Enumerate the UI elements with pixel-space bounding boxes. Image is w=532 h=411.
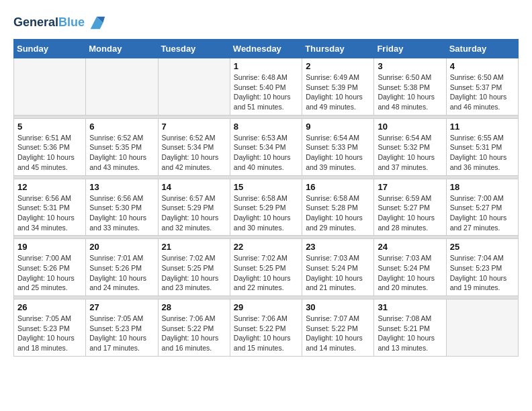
- calendar-cell: 25Sunrise: 7:04 AM Sunset: 5:23 PM Dayli…: [446, 239, 518, 296]
- calendar-cell: 9Sunrise: 6:54 AM Sunset: 5:33 PM Daylig…: [302, 118, 374, 175]
- calendar-cell: 16Sunrise: 6:58 AM Sunset: 5:28 PM Dayli…: [302, 179, 374, 236]
- day-number: 8: [234, 122, 298, 132]
- day-number: 17: [378, 182, 442, 192]
- day-info: Sunrise: 6:56 AM Sunset: 5:30 PM Dayligh…: [89, 193, 154, 233]
- day-info: Sunrise: 6:58 AM Sunset: 5:29 PM Dayligh…: [234, 193, 298, 233]
- calendar-table: SundayMondayTuesdayWednesdayThursdayFrid…: [13, 39, 519, 357]
- day-number: 18: [450, 182, 515, 192]
- calendar-cell: [446, 300, 518, 357]
- calendar-cell: 10Sunrise: 6:54 AM Sunset: 5:32 PM Dayli…: [374, 118, 446, 175]
- logo-text: GeneralBlue: [13, 16, 85, 30]
- day-number: 10: [378, 122, 442, 132]
- day-info: Sunrise: 6:54 AM Sunset: 5:33 PM Dayligh…: [306, 133, 370, 173]
- weekday-header-tuesday: Tuesday: [158, 40, 230, 58]
- day-info: Sunrise: 7:02 AM Sunset: 5:25 PM Dayligh…: [234, 253, 298, 293]
- calendar-cell: 21Sunrise: 7:02 AM Sunset: 5:25 PM Dayli…: [158, 239, 230, 296]
- day-number: 19: [17, 242, 82, 252]
- day-info: Sunrise: 7:08 AM Sunset: 5:21 PM Dayligh…: [378, 314, 442, 353]
- day-number: 7: [162, 122, 226, 132]
- weekday-header-saturday: Saturday: [446, 40, 518, 58]
- logo-icon: [87, 13, 106, 32]
- day-info: Sunrise: 7:04 AM Sunset: 5:23 PM Dayligh…: [450, 253, 515, 293]
- day-info: Sunrise: 6:49 AM Sunset: 5:39 PM Dayligh…: [306, 73, 370, 112]
- calendar-cell: 4Sunrise: 6:50 AM Sunset: 5:37 PM Daylig…: [446, 58, 518, 116]
- day-info: Sunrise: 7:05 AM Sunset: 5:23 PM Dayligh…: [17, 314, 82, 353]
- day-number: 25: [450, 242, 515, 252]
- day-number: 3: [378, 61, 442, 71]
- day-info: Sunrise: 6:53 AM Sunset: 5:34 PM Dayligh…: [234, 133, 298, 173]
- day-info: Sunrise: 7:06 AM Sunset: 5:22 PM Dayligh…: [162, 314, 226, 353]
- calendar-week-row: 12Sunrise: 6:56 AM Sunset: 5:31 PM Dayli…: [14, 179, 519, 236]
- calendar-week-row: 19Sunrise: 7:00 AM Sunset: 5:26 PM Dayli…: [14, 239, 519, 296]
- day-number: 28: [162, 302, 226, 312]
- calendar-cell: 23Sunrise: 7:03 AM Sunset: 5:24 PM Dayli…: [302, 239, 374, 296]
- day-info: Sunrise: 7:06 AM Sunset: 5:22 PM Dayligh…: [234, 314, 298, 353]
- weekday-header-wednesday: Wednesday: [230, 40, 302, 58]
- day-number: 21: [162, 242, 226, 252]
- calendar-cell: 29Sunrise: 7:06 AM Sunset: 5:22 PM Dayli…: [230, 300, 302, 357]
- day-info: Sunrise: 6:48 AM Sunset: 5:40 PM Dayligh…: [234, 73, 298, 112]
- day-info: Sunrise: 6:50 AM Sunset: 5:38 PM Dayligh…: [378, 73, 442, 112]
- calendar-cell: [14, 58, 86, 116]
- calendar-cell: 27Sunrise: 7:05 AM Sunset: 5:23 PM Dayli…: [86, 300, 158, 357]
- calendar-cell: 31Sunrise: 7:08 AM Sunset: 5:21 PM Dayli…: [374, 300, 446, 357]
- day-info: Sunrise: 7:03 AM Sunset: 5:24 PM Dayligh…: [306, 253, 370, 293]
- calendar-cell: 20Sunrise: 7:01 AM Sunset: 5:26 PM Dayli…: [86, 239, 158, 296]
- day-info: Sunrise: 6:55 AM Sunset: 5:31 PM Dayligh…: [450, 133, 515, 173]
- day-number: 9: [306, 122, 370, 132]
- calendar-week-row: 1Sunrise: 6:48 AM Sunset: 5:40 PM Daylig…: [14, 58, 519, 116]
- weekday-header-monday: Monday: [86, 40, 158, 58]
- calendar-week-row: 26Sunrise: 7:05 AM Sunset: 5:23 PM Dayli…: [14, 300, 519, 357]
- calendar-week-row: 5Sunrise: 6:51 AM Sunset: 5:36 PM Daylig…: [14, 118, 519, 175]
- day-number: 27: [89, 302, 154, 312]
- day-info: Sunrise: 6:51 AM Sunset: 5:36 PM Dayligh…: [17, 133, 82, 173]
- day-number: 30: [306, 302, 370, 312]
- calendar-cell: 15Sunrise: 6:58 AM Sunset: 5:29 PM Dayli…: [230, 179, 302, 236]
- day-number: 20: [89, 242, 154, 252]
- calendar-cell: 1Sunrise: 6:48 AM Sunset: 5:40 PM Daylig…: [230, 58, 302, 116]
- day-info: Sunrise: 7:00 AM Sunset: 5:27 PM Dayligh…: [450, 193, 515, 233]
- day-number: 29: [234, 302, 298, 312]
- calendar-cell: 3Sunrise: 6:50 AM Sunset: 5:38 PM Daylig…: [374, 58, 446, 116]
- calendar-cell: 8Sunrise: 6:53 AM Sunset: 5:34 PM Daylig…: [230, 118, 302, 175]
- weekday-header-friday: Friday: [374, 40, 446, 58]
- day-info: Sunrise: 6:57 AM Sunset: 5:29 PM Dayligh…: [162, 193, 226, 233]
- calendar-cell: 17Sunrise: 6:59 AM Sunset: 5:27 PM Dayli…: [374, 179, 446, 236]
- day-number: 16: [306, 182, 370, 192]
- day-info: Sunrise: 6:52 AM Sunset: 5:34 PM Dayligh…: [162, 133, 226, 173]
- day-number: 26: [17, 302, 82, 312]
- day-info: Sunrise: 7:01 AM Sunset: 5:26 PM Dayligh…: [89, 253, 154, 293]
- day-info: Sunrise: 7:00 AM Sunset: 5:26 PM Dayligh…: [17, 253, 82, 293]
- calendar-cell: 24Sunrise: 7:03 AM Sunset: 5:24 PM Dayli…: [374, 239, 446, 296]
- day-number: 24: [378, 242, 442, 252]
- calendar-cell: 26Sunrise: 7:05 AM Sunset: 5:23 PM Dayli…: [14, 300, 86, 357]
- day-number: 6: [89, 122, 154, 132]
- calendar-cell: 12Sunrise: 6:56 AM Sunset: 5:31 PM Dayli…: [14, 179, 86, 236]
- day-info: Sunrise: 6:58 AM Sunset: 5:28 PM Dayligh…: [306, 193, 370, 233]
- calendar-cell: 13Sunrise: 6:56 AM Sunset: 5:30 PM Dayli…: [86, 179, 158, 236]
- day-number: 31: [378, 302, 442, 312]
- calendar-cell: 11Sunrise: 6:55 AM Sunset: 5:31 PM Dayli…: [446, 118, 518, 175]
- day-number: 13: [89, 182, 154, 192]
- day-info: Sunrise: 7:02 AM Sunset: 5:25 PM Dayligh…: [162, 253, 226, 293]
- day-number: 23: [306, 242, 370, 252]
- day-info: Sunrise: 7:05 AM Sunset: 5:23 PM Dayligh…: [89, 314, 154, 353]
- day-number: 22: [234, 242, 298, 252]
- day-number: 2: [306, 61, 370, 71]
- calendar-cell: 2Sunrise: 6:49 AM Sunset: 5:39 PM Daylig…: [302, 58, 374, 116]
- day-info: Sunrise: 6:59 AM Sunset: 5:27 PM Dayligh…: [378, 193, 442, 233]
- calendar-cell: 30Sunrise: 7:07 AM Sunset: 5:22 PM Dayli…: [302, 300, 374, 357]
- logo: GeneralBlue: [13, 13, 106, 32]
- calendar-cell: [86, 58, 158, 116]
- calendar-cell: 18Sunrise: 7:00 AM Sunset: 5:27 PM Dayli…: [446, 179, 518, 236]
- day-info: Sunrise: 6:52 AM Sunset: 5:35 PM Dayligh…: [89, 133, 154, 173]
- day-info: Sunrise: 7:03 AM Sunset: 5:24 PM Dayligh…: [378, 253, 442, 293]
- day-number: 5: [17, 122, 82, 132]
- calendar-cell: 14Sunrise: 6:57 AM Sunset: 5:29 PM Dayli…: [158, 179, 230, 236]
- calendar-cell: 22Sunrise: 7:02 AM Sunset: 5:25 PM Dayli…: [230, 239, 302, 296]
- weekday-header-sunday: Sunday: [14, 40, 86, 58]
- day-info: Sunrise: 7:07 AM Sunset: 5:22 PM Dayligh…: [306, 314, 370, 353]
- calendar-cell: 6Sunrise: 6:52 AM Sunset: 5:35 PM Daylig…: [86, 118, 158, 175]
- day-number: 11: [450, 122, 515, 132]
- day-number: 12: [17, 182, 82, 192]
